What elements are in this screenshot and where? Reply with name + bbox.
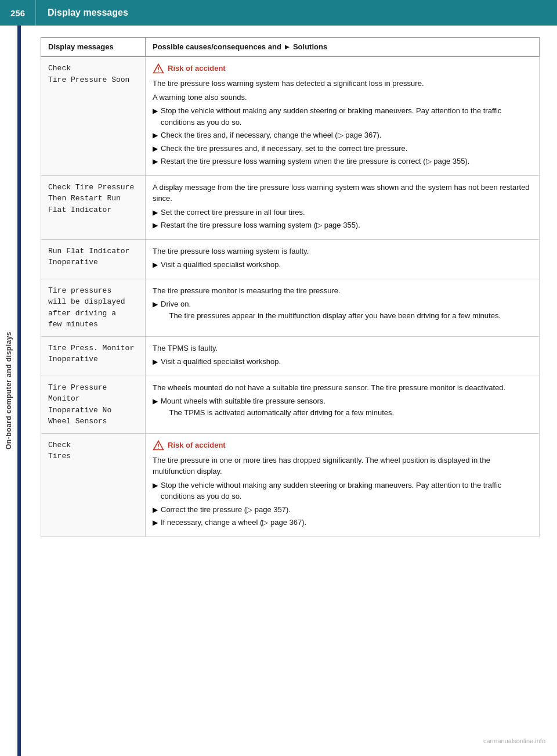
bullet-arrow-icon: ▶	[153, 260, 158, 270]
sidebar-accent-bar	[17, 26, 21, 756]
bullet-arrow-icon: ▶	[153, 396, 158, 406]
bullet-arrow-icon: ▶	[153, 106, 158, 116]
bullet-list: ▶Visit a qualified specialist workshop.	[153, 356, 532, 368]
display-msg-6: Check Tires	[41, 433, 146, 537]
col2-header: Possible causes/consequences and ► Solut…	[146, 38, 540, 57]
table-row: Tire Press. Monitor InoperativeThe TPMS …	[41, 336, 540, 376]
bullet-item: ▶Correct the tire pressure (▷ page 357).	[153, 504, 532, 516]
bullet-item: ▶Mount wheels with suitable tire pressur…	[153, 395, 532, 418]
content-cell-5: The wheels mounted do not have a suitabl…	[146, 376, 540, 433]
bullet-list: ▶Stop the vehicle without making any sud…	[153, 105, 532, 167]
bullet-text: Visit a qualified specialist workshop.	[161, 356, 281, 368]
table-row: Tire Pressure Monitor Inoperative No Whe…	[41, 376, 540, 433]
table-row: Check Tire Pressure Then Restart Run Fla…	[41, 175, 540, 239]
risk-warning-badge: Risk of accident	[153, 63, 532, 74]
bullet-arrow-icon: ▶	[153, 156, 158, 167]
risk-warning-text: Risk of accident	[168, 440, 226, 451]
bullet-item: ▶Check the tire pressures and, if necess…	[153, 143, 532, 154]
bullet-text: Restart the tire pressure loss warning s…	[161, 219, 360, 231]
display-messages-table: Display messages Possible causes/consequ…	[41, 37, 540, 537]
main-content: Display messages Possible causes/consequ…	[41, 37, 540, 560]
bullet-arrow-icon: ▶	[153, 207, 158, 218]
header-bar: 256 Display messages	[0, 0, 557, 26]
content-paragraph: A display message from the tire pressure…	[153, 182, 532, 204]
bullet-item: ▶Stop the vehicle without making any sud…	[153, 480, 532, 502]
bullet-list: ▶Mount wheels with suitable tire pressur…	[153, 395, 532, 418]
warning-triangle-icon	[153, 63, 164, 74]
bullet-arrow-icon: ▶	[153, 143, 158, 154]
bullet-arrow-icon: ▶	[153, 299, 158, 309]
bullet-text: Set the correct tire pressure in all fou…	[161, 207, 305, 218]
bullet-item: ▶Set the correct tire pressure in all fo…	[153, 207, 532, 218]
bullet-text: Stop the vehicle without making any sudd…	[161, 480, 532, 502]
bullet-arrow-icon: ▶	[153, 505, 158, 515]
bullet-arrow-icon: ▶	[153, 517, 158, 528]
bullet-item: ▶Visit a qualified specialist workshop.	[153, 259, 532, 271]
bullet-text: Stop the vehicle without making any sudd…	[161, 105, 532, 128]
bullet-text: If necessary, change a wheel (▷ page 367…	[161, 517, 306, 528]
bullet-text: Check the tire pressures and, if necessa…	[161, 143, 407, 154]
sidebar-label-text: On-board computer and displays	[5, 332, 13, 449]
bullet-item: ▶Drive on. The tire pressures appear in …	[153, 298, 532, 321]
bullet-text: Restart the tire pressure loss warning s…	[161, 156, 469, 167]
display-msg-2: Run Flat Indicator Inoperative	[41, 239, 146, 279]
bullet-item: ▶Check the tires and, if necessary, chan…	[153, 129, 532, 141]
display-msg-3: Tire pressures will be displayed after d…	[41, 279, 146, 336]
display-msg-4: Tire Press. Monitor Inoperative	[41, 336, 146, 376]
content-paragraph: The TPMS is faulty.	[153, 343, 532, 354]
content-paragraph: The tire pressure loss warning system is…	[153, 246, 532, 257]
page-title: Display messages	[36, 8, 140, 18]
bullet-item: ▶Visit a qualified specialist workshop.	[153, 356, 532, 368]
table-row: Check Tire Pressure Soon Risk of acciden…	[41, 56, 540, 175]
bullet-arrow-icon: ▶	[153, 480, 158, 491]
bullet-list: ▶Visit a qualified specialist workshop.	[153, 259, 532, 271]
bullet-item: ▶If necessary, change a wheel (▷ page 36…	[153, 517, 532, 528]
content-cell-0: Risk of accidentThe tire pressure loss w…	[146, 56, 540, 175]
bullet-list: ▶Set the correct tire pressure in all fo…	[153, 207, 532, 231]
content-paragraph: A warning tone also sounds.	[153, 92, 532, 103]
content-cell-6: Risk of accidentThe tire pressure in one…	[146, 433, 540, 537]
bullet-arrow-icon: ▶	[153, 220, 158, 231]
bullet-list: ▶Drive on. The tire pressures appear in …	[153, 298, 532, 321]
bullet-item: ▶Restart the tire pressure loss warning …	[153, 219, 532, 231]
bullet-text: Mount wheels with suitable tire pressure…	[161, 395, 394, 418]
bullet-item: ▶Restart the tire pressure loss warning …	[153, 156, 532, 167]
content-paragraph: The tire pressure monitor is measuring t…	[153, 285, 532, 297]
display-msg-1: Check Tire Pressure Then Restart Run Fla…	[41, 175, 146, 239]
sidebar-label-container: On-board computer and displays	[0, 26, 17, 756]
bullet-item: ▶Stop the vehicle without making any sud…	[153, 105, 532, 128]
svg-point-1	[158, 71, 159, 72]
content-cell-1: A display message from the tire pressure…	[146, 175, 540, 239]
content-cell-2: The tire pressure loss warning system is…	[146, 239, 540, 279]
content-paragraph: The wheels mounted do not have a suitabl…	[153, 382, 532, 394]
content-paragraph: The tire pressure in one or more tires h…	[153, 455, 532, 477]
risk-warning-text: Risk of accident	[168, 63, 226, 74]
bullet-text: Visit a qualified specialist workshop.	[161, 259, 281, 271]
content-paragraph: The tire pressure loss warning system ha…	[153, 78, 532, 89]
bullet-arrow-icon: ▶	[153, 130, 158, 141]
table-row: Tire pressures will be displayed after d…	[41, 279, 540, 336]
footer-watermark: carmanualsonline.info	[483, 737, 545, 744]
risk-warning-badge: Risk of accident	[153, 440, 532, 451]
display-msg-5: Tire Pressure Monitor Inoperative No Whe…	[41, 376, 146, 433]
bullet-text: Check the tires and, if necessary, chang…	[161, 129, 381, 141]
bullet-text: Correct the tire pressure (▷ page 357).	[161, 504, 291, 516]
table-row: Check Tires Risk of accidentThe tire pre…	[41, 433, 540, 537]
svg-point-3	[158, 448, 159, 449]
bullet-arrow-icon: ▶	[153, 357, 158, 367]
page-number: 256	[0, 0, 36, 26]
bullet-list: ▶Stop the vehicle without making any sud…	[153, 480, 532, 528]
table-row: Run Flat Indicator InoperativeThe tire p…	[41, 239, 540, 279]
warning-triangle-icon	[153, 440, 164, 451]
bullet-text: Drive on. The tire pressures appear in t…	[161, 298, 501, 321]
col1-header: Display messages	[41, 38, 146, 57]
display-msg-0: Check Tire Pressure Soon	[41, 56, 146, 175]
content-cell-4: The TPMS is faulty.▶Visit a qualified sp…	[146, 336, 540, 376]
content-cell-3: The tire pressure monitor is measuring t…	[146, 279, 540, 336]
